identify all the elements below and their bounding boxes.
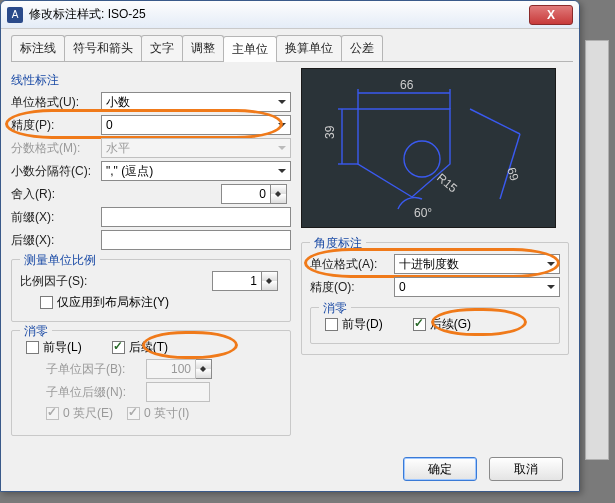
svg-text:69: 69 <box>504 166 522 183</box>
precision-select[interactable]: 0 <box>101 115 291 135</box>
ang-leading-label: 前导(D) <box>342 316 383 333</box>
leading-label: 前导(L) <box>43 339 82 356</box>
tab-fit[interactable]: 调整 <box>182 35 224 61</box>
ang-trailing-label: 后续(G) <box>430 316 471 333</box>
suffix-label: 后缀(X): <box>11 232 97 249</box>
inch-checkbox <box>127 407 140 420</box>
tab-lines[interactable]: 标注线 <box>11 35 65 61</box>
feet-label: 0 英尺(E) <box>63 405 113 422</box>
fraction-format-label: 分数格式(M): <box>11 140 97 157</box>
scale-factor-input[interactable]: 1 <box>212 271 262 291</box>
suffix-input[interactable] <box>101 230 291 250</box>
button-bar: 确定 取消 <box>403 457 563 481</box>
ang-leading-checkbox[interactable] <box>325 318 338 331</box>
window-title: 修改标注样式: ISO-25 <box>29 6 529 23</box>
unit-format-select[interactable]: 小数 <box>101 92 291 112</box>
tab-text[interactable]: 文字 <box>141 35 183 61</box>
cancel-button[interactable]: 取消 <box>489 457 563 481</box>
layout-only-label: 仅应用到布局标注(Y) <box>57 294 169 311</box>
linear-title: 线性标注 <box>11 72 291 89</box>
svg-text:39: 39 <box>323 125 337 139</box>
trailing-checkbox[interactable] <box>112 341 125 354</box>
suppress-linear-title: 消零 <box>20 323 52 340</box>
scale-factor-label: 比例因子(S): <box>20 273 116 290</box>
prefix-label: 前缀(X): <box>11 209 97 226</box>
tab-tolerance[interactable]: 公差 <box>341 35 383 61</box>
decimal-sep-label: 小数分隔符(C): <box>11 163 97 180</box>
app-icon: A <box>7 7 23 23</box>
dialog-window: A 修改标注样式: ISO-25 X 标注线 符号和箭头 文字 调整 主单位 换… <box>0 0 580 492</box>
ok-button[interactable]: 确定 <box>403 457 477 481</box>
background-panel <box>585 40 609 460</box>
titlebar[interactable]: A 修改标注样式: ISO-25 X <box>1 1 579 29</box>
ang-precision-label: 精度(O): <box>310 279 390 296</box>
svg-text:60°: 60° <box>414 206 432 220</box>
precision-label: 精度(P): <box>11 117 97 134</box>
sub-factor-label: 子单位因子(B): <box>46 361 142 378</box>
leading-checkbox[interactable] <box>26 341 39 354</box>
angular-title: 角度标注 <box>310 235 366 252</box>
trailing-label: 后续(T) <box>129 339 168 356</box>
round-spinner[interactable] <box>271 184 287 204</box>
sub-factor-spinner <box>196 359 212 379</box>
round-input[interactable]: 0 <box>221 184 271 204</box>
sub-factor-input: 100 <box>146 359 196 379</box>
ang-unit-format-select[interactable]: 十进制度数 <box>394 254 560 274</box>
suppress-angular-group: 消零 前导(D) 后续(G) <box>310 307 560 344</box>
linear-section: 线性标注 单位格式(U): 小数 精度(P): 0 分数格式(M): 水平 小数… <box>11 68 291 259</box>
unit-format-label: 单位格式(U): <box>11 94 97 111</box>
suppress-linear-group: 消零 前导(L) 后续(T) 子单位因子(B): 100 子单位后缀(N): <box>11 330 291 436</box>
decimal-sep-select[interactable]: "," (逗点) <box>101 161 291 181</box>
close-button[interactable]: X <box>529 5 573 25</box>
round-label: 舍入(R): <box>11 186 97 203</box>
tab-bar: 标注线 符号和箭头 文字 调整 主单位 换算单位 公差 <box>11 35 573 62</box>
tab-primary-units[interactable]: 主单位 <box>223 36 277 62</box>
suppress-angular-title: 消零 <box>319 300 351 317</box>
tab-arrows[interactable]: 符号和箭头 <box>64 35 142 61</box>
feet-checkbox <box>46 407 59 420</box>
ang-trailing-checkbox[interactable] <box>413 318 426 331</box>
ang-precision-select[interactable]: 0 <box>394 277 560 297</box>
svg-text:66: 66 <box>400 78 414 92</box>
svg-line-7 <box>470 109 520 134</box>
prefix-input[interactable] <box>101 207 291 227</box>
layout-only-checkbox[interactable] <box>40 296 53 309</box>
preview-pane: 66 39 R15 69 60° <box>301 68 556 228</box>
inch-label: 0 英寸(I) <box>144 405 189 422</box>
svg-point-0 <box>404 141 440 177</box>
scale-group: 测量单位比例 比例因子(S): 1 仅应用到布局标注(Y) <box>11 259 291 322</box>
sub-suffix-input <box>146 382 210 402</box>
ang-unit-format-label: 单位格式(A): <box>310 256 390 273</box>
sub-suffix-label: 子单位后缀(N): <box>46 384 142 401</box>
angular-group: 角度标注 单位格式(A): 十进制度数 精度(O): 0 消零 前导(D) 后续… <box>301 242 569 355</box>
scale-factor-spinner[interactable] <box>262 271 278 291</box>
tab-alt-units[interactable]: 换算单位 <box>276 35 342 61</box>
scale-title: 测量单位比例 <box>20 252 100 269</box>
fraction-format-select: 水平 <box>101 138 291 158</box>
